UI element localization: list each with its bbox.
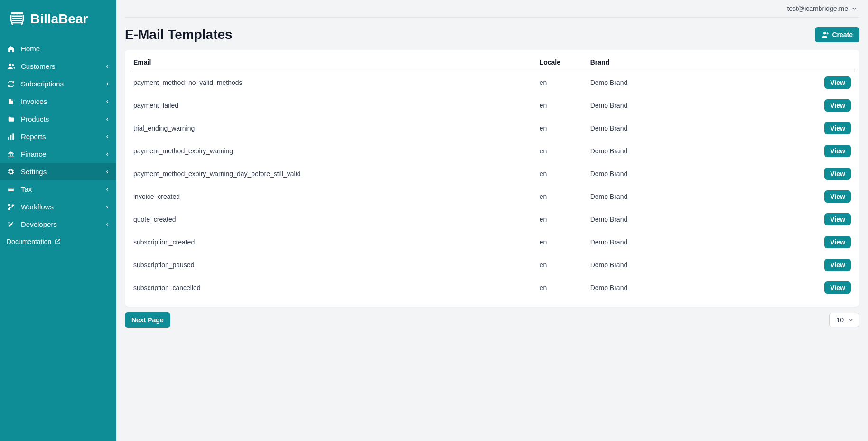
next-page-button[interactable]: Next Page [125, 312, 170, 328]
sidebar: BillaBear HomeCustomersSubscriptionsInvo… [0, 0, 116, 441]
chevron-left-icon [105, 151, 110, 157]
cell-email: payment_failed [130, 94, 536, 117]
view-button[interactable]: View [824, 122, 851, 134]
cell-locale: en [536, 94, 587, 117]
sidebar-item-label: Settings [21, 168, 47, 176]
sidebar-item-label: Products [21, 115, 49, 123]
cell-locale: en [536, 162, 587, 185]
user-email[interactable]: test@icambridge.me [787, 5, 848, 12]
svg-point-0 [9, 64, 11, 66]
cell-brand: Demo Brand [587, 276, 768, 299]
cell-brand: Demo Brand [587, 140, 768, 162]
cell-actions: View [768, 185, 855, 208]
view-button[interactable]: View [824, 213, 851, 225]
view-button[interactable]: View [824, 190, 851, 203]
cell-locale: en [536, 231, 587, 253]
sidebar-item-finance[interactable]: Finance [0, 145, 116, 163]
cell-brand: Demo Brand [587, 162, 768, 185]
view-button[interactable]: View [824, 259, 851, 271]
cell-actions: View [768, 140, 855, 162]
sidebar-item-products[interactable]: Products [0, 110, 116, 128]
bank-icon [7, 150, 15, 158]
file-icon [7, 98, 15, 105]
cell-locale: en [536, 185, 587, 208]
cell-actions: View [768, 94, 855, 117]
brand-logo[interactable]: BillaBear [0, 0, 116, 40]
sidebar-item-settings[interactable]: Settings [0, 163, 116, 180]
cell-email: invoice_created [130, 185, 536, 208]
cell-locale: en [536, 117, 587, 140]
cell-brand: Demo Brand [587, 94, 768, 117]
table-row: payment_method_expiry_warning_day_before… [130, 162, 855, 185]
table-row: subscription_cancelledenDemo BrandView [130, 276, 855, 299]
view-button[interactable]: View [824, 76, 851, 89]
cell-email: subscription_created [130, 231, 536, 253]
sidebar-item-home[interactable]: Home [0, 40, 116, 57]
sidebar-item-customers[interactable]: Customers [0, 57, 116, 75]
sidebar-item-label: Reports [21, 132, 46, 141]
svg-rect-10 [8, 188, 14, 189]
sidebar-item-workflows[interactable]: Workflows [0, 198, 116, 216]
cell-locale: en [536, 208, 587, 231]
table-row: payment_method_expiry_warningenDemo Bran… [130, 140, 855, 162]
sidebar-item-label: Subscriptions [21, 80, 64, 88]
view-button[interactable]: View [824, 168, 851, 180]
svg-rect-6 [10, 154, 11, 156]
cell-brand: Demo Brand [587, 71, 768, 94]
sidebar-item-label: Invoices [21, 97, 47, 105]
sidebar-item-developers[interactable]: Developers [0, 216, 116, 233]
chevron-down-icon[interactable] [851, 5, 858, 12]
cell-brand: Demo Brand [587, 208, 768, 231]
cell-actions: View [768, 231, 855, 253]
external-link-icon [54, 238, 61, 245]
table-row: subscription_createdenDemo BrandView [130, 231, 855, 253]
sidebar-item-reports[interactable]: Reports [0, 128, 116, 145]
create-label: Create [832, 31, 853, 38]
sidebar-item-label: Finance [21, 150, 46, 158]
cell-actions: View [768, 208, 855, 231]
create-button[interactable]: Create [815, 27, 859, 42]
view-button[interactable]: View [824, 99, 851, 112]
cell-actions: View [768, 71, 855, 94]
svg-point-12 [8, 208, 9, 210]
person-plus-icon [821, 31, 829, 38]
cell-email: trial_ending_warning [130, 117, 536, 140]
svg-point-13 [12, 205, 13, 206]
sidebar-item-label: Customers [21, 62, 56, 70]
templates-table-card: Email Locale Brand payment_method_no_val… [125, 50, 859, 307]
view-button[interactable]: View [824, 145, 851, 157]
topbar: test@icambridge.me [125, 0, 859, 18]
col-header-actions [768, 54, 855, 71]
view-button[interactable]: View [824, 236, 851, 248]
gear-icon [7, 168, 15, 176]
cell-email: subscription_cancelled [130, 276, 536, 299]
svg-rect-3 [10, 135, 12, 140]
nav-list: HomeCustomersSubscriptionsInvoicesProduc… [0, 40, 116, 233]
sidebar-item-subscriptions[interactable]: Subscriptions [0, 75, 116, 93]
cell-actions: View [768, 276, 855, 299]
cell-actions: View [768, 253, 855, 276]
cell-email: payment_method_no_valid_methods [130, 71, 536, 94]
view-button[interactable]: View [824, 281, 851, 294]
cell-actions: View [768, 162, 855, 185]
documentation-label: Documentation [7, 238, 51, 245]
cell-locale: en [536, 71, 587, 94]
table-row: payment_method_no_valid_methodsenDemo Br… [130, 71, 855, 94]
documentation-link[interactable]: Documentation [0, 233, 116, 250]
svg-point-1 [11, 64, 13, 66]
cell-locale: en [536, 276, 587, 299]
sidebar-item-label: Home [21, 45, 40, 53]
sidebar-item-invoices[interactable]: Invoices [0, 93, 116, 110]
col-header-locale: Locale [536, 54, 587, 71]
chevron-left-icon [105, 222, 110, 227]
chevron-left-icon [105, 134, 110, 140]
users-icon [7, 62, 15, 70]
sidebar-item-label: Tax [21, 185, 32, 193]
col-header-brand: Brand [587, 54, 768, 71]
home-icon [7, 45, 15, 53]
col-header-email: Email [130, 54, 536, 71]
page-size-select[interactable]: 10 [829, 313, 859, 327]
cell-actions: View [768, 117, 855, 140]
sidebar-item-tax[interactable]: Tax [0, 180, 116, 198]
chart-icon [7, 133, 15, 141]
